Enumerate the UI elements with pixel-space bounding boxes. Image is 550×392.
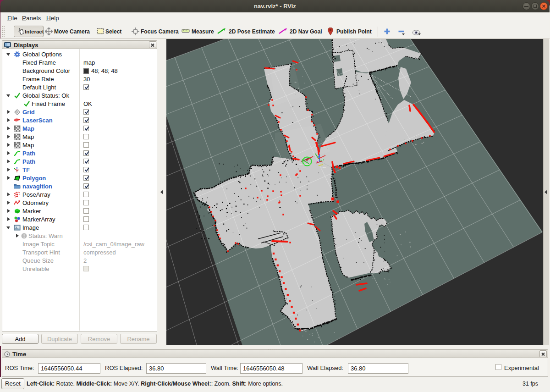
- svg-text:nav_waypoint: nav_waypoint: [299, 163, 311, 165]
- svg-text:1999: 1999: [321, 166, 326, 169]
- svg-text:4: 4: [322, 159, 323, 162]
